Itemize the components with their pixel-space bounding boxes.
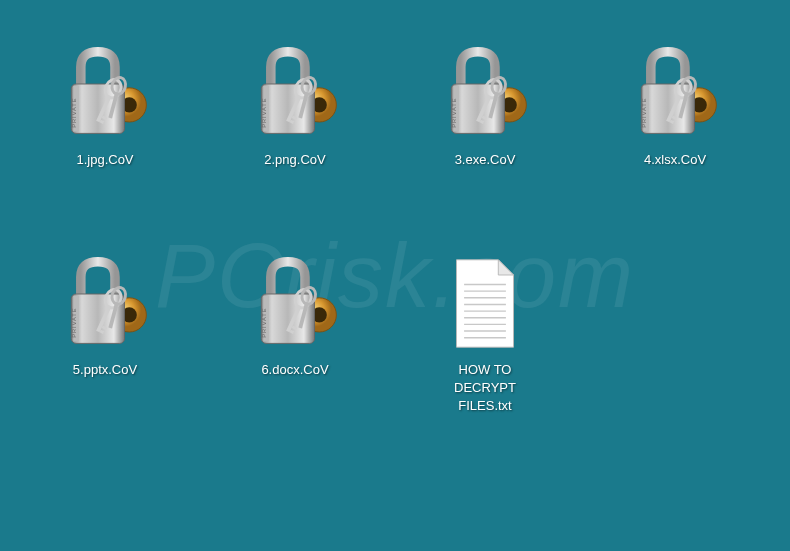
file-label: 2.png.CoV bbox=[260, 149, 329, 171]
svg-text:PRIVATE: PRIVATE bbox=[71, 97, 77, 127]
svg-rect-13 bbox=[261, 84, 314, 133]
file-label: 5.pptx.CoV bbox=[69, 359, 141, 381]
padlock-icon: PRIVATE bbox=[55, 253, 155, 353]
file-item[interactable]: PRIVATE 1.jpg.CoV bbox=[10, 35, 200, 245]
svg-text:PRIVATE: PRIVATE bbox=[451, 97, 457, 127]
padlock-icon: PRIVATE bbox=[55, 43, 155, 143]
svg-text:PRIVATE: PRIVATE bbox=[261, 307, 267, 337]
file-label: 1.jpg.CoV bbox=[72, 149, 137, 171]
file-item[interactable]: PRIVATE 2.png.CoV bbox=[200, 35, 390, 245]
file-label: 4.xlsx.CoV bbox=[640, 149, 710, 171]
svg-rect-57 bbox=[261, 294, 314, 343]
svg-rect-24 bbox=[451, 84, 504, 133]
padlock-icon: PRIVATE bbox=[435, 43, 535, 143]
file-item[interactable]: PRIVATE 4.xlsx.CoV bbox=[580, 35, 770, 245]
svg-rect-35 bbox=[641, 84, 694, 133]
file-label: 3.exe.CoV bbox=[451, 149, 520, 171]
textfile-icon bbox=[435, 253, 535, 353]
padlock-icon: PRIVATE bbox=[245, 43, 345, 143]
padlock-icon: PRIVATE bbox=[625, 43, 725, 143]
file-item[interactable]: PRIVATE 6.docx.CoV bbox=[200, 245, 390, 455]
file-label: HOW TO DECRYPT FILES.txt bbox=[425, 359, 545, 418]
svg-rect-2 bbox=[71, 84, 124, 133]
file-item[interactable]: PRIVATE 3.exe.CoV bbox=[390, 35, 580, 245]
svg-text:PRIVATE: PRIVATE bbox=[261, 97, 267, 127]
file-label: 6.docx.CoV bbox=[257, 359, 332, 381]
svg-text:PRIVATE: PRIVATE bbox=[641, 97, 647, 127]
file-item[interactable]: PRIVATE 5.pptx.CoV bbox=[10, 245, 200, 455]
padlock-icon: PRIVATE bbox=[245, 253, 345, 353]
file-item[interactable]: HOW TO DECRYPT FILES.txt bbox=[390, 245, 580, 455]
desktop-area: PRIVATE 1.jpg.CoV bbox=[0, 0, 790, 490]
svg-rect-46 bbox=[71, 294, 124, 343]
svg-text:PRIVATE: PRIVATE bbox=[71, 307, 77, 337]
